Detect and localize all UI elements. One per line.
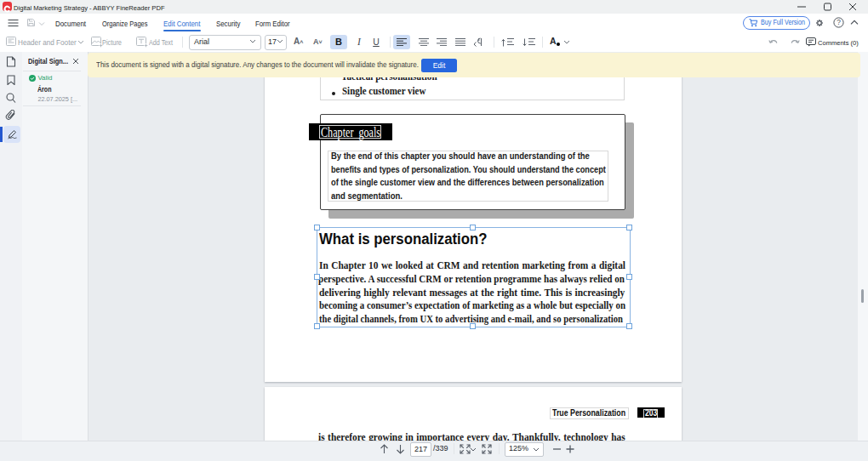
svg-text:?: ? (837, 18, 841, 26)
